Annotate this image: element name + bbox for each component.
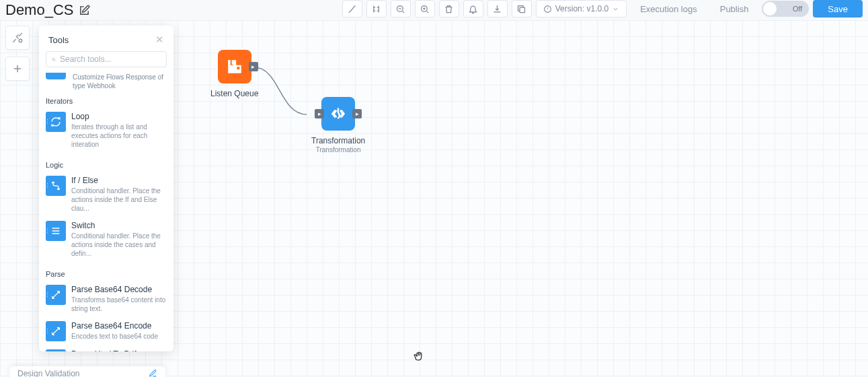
node-listen-queue[interactable]: ▸ Listen Queue — [210, 50, 258, 98]
edit-title-icon[interactable] — [79, 5, 90, 16]
tool-item-switch[interactable]: Switch Conditional handler. Place the ac… — [46, 218, 167, 263]
svg-rect-7 — [231, 60, 233, 65]
left-rail — [5, 26, 32, 81]
node-label: Listen Queue — [210, 89, 258, 98]
zoom-out-button[interactable] — [391, 0, 411, 18]
node-label: Transformation — [311, 136, 365, 145]
validation-bar[interactable]: Design Validation — [9, 366, 165, 377]
switch-icon — [46, 221, 66, 241]
version-label: Version: v1.0.0 — [555, 4, 608, 13]
hand-cursor-icon — [413, 350, 425, 365]
search-icon — [52, 55, 56, 64]
branch-icon — [46, 176, 66, 196]
toggle-label: Off — [793, 5, 802, 13]
save-button[interactable]: Save — [813, 0, 863, 18]
validation-label: Design Validation — [17, 369, 80, 377]
tool-desc: Conditional handler. Place the actions i… — [71, 186, 167, 213]
tool-name: Parse Html To Pdf — [71, 349, 167, 351]
output-port[interactable]: ▸ — [249, 62, 258, 71]
tool-name: If / Else — [71, 176, 167, 185]
svg-rect-2 — [520, 7, 525, 13]
svg-point-4 — [19, 39, 22, 42]
tool-name: Switch — [71, 221, 167, 230]
tool-item-partial[interactable]: Customize Flows Response of type Webhook — [46, 73, 167, 90]
toggle-knob — [763, 2, 777, 15]
add-rail-button[interactable] — [5, 57, 30, 81]
node-transformation[interactable]: ▸ ▸ Transformation Transformation — [311, 97, 365, 153]
connector-tool-button[interactable] — [342, 0, 362, 18]
delete-button[interactable] — [439, 0, 459, 18]
input-port[interactable]: ▸ — [315, 109, 324, 118]
tool-item-htmltopdf[interactable]: Parse Html To Pdf Convert an Html format… — [46, 347, 167, 351]
svg-point-5 — [52, 58, 55, 61]
tool-item-b64decode[interactable]: Parse Base64 Decode Transforms base64 co… — [46, 282, 167, 318]
tool-name: Parse Base64 Decode — [71, 285, 167, 294]
output-port[interactable]: ▸ — [352, 109, 362, 118]
rabbitmq-icon — [226, 58, 243, 75]
svg-rect-6 — [228, 60, 230, 65]
enable-toggle[interactable]: Off — [762, 1, 809, 17]
version-dropdown[interactable]: Version: v1.0.0 — [536, 0, 627, 18]
transform-icon — [46, 349, 66, 351]
align-tool-button[interactable] — [366, 0, 387, 18]
node-body[interactable]: ▸ ▸ — [321, 97, 355, 131]
loop-icon — [46, 112, 66, 132]
tool-desc: Transforms base64 content into string te… — [71, 296, 167, 313]
search-input[interactable] — [60, 55, 161, 64]
transform-icon — [46, 321, 66, 341]
tool-desc: Encodes text to base64 code — [71, 332, 167, 341]
category-label: Logic — [46, 161, 167, 169]
page-title: Demo_CS — [5, 1, 73, 19]
notifications-button[interactable] — [463, 0, 483, 18]
category-label: Parse — [46, 270, 167, 278]
category-label: Iterators — [46, 97, 167, 105]
transform-icon — [46, 285, 66, 305]
search-box[interactable] — [46, 51, 167, 67]
tool-item-loop[interactable]: Loop Iterates through a list and execute… — [46, 109, 167, 154]
close-icon[interactable]: ✕ — [155, 34, 164, 46]
tool-desc: Iterates through a list and executes act… — [71, 123, 167, 149]
node-body[interactable]: ▸ — [218, 50, 251, 83]
tool-name: Loop — [71, 112, 167, 121]
chevron-down-icon — [612, 5, 619, 13]
node-sublabel: Transformation — [316, 146, 361, 153]
tool-icon-partial — [46, 73, 66, 79]
tools-list[interactable]: Customize Flows Response of type Webhook… — [39, 73, 173, 351]
tool-item-ifelse[interactable]: If / Else Conditional handler. Place the… — [46, 173, 167, 218]
copy-button[interactable] — [512, 0, 532, 18]
tools-panel: Tools ✕ Customize Flows Response of type… — [39, 26, 173, 351]
tools-rail-button[interactable] — [5, 26, 30, 50]
tool-desc: Conditional handler. Place the actions i… — [71, 232, 167, 258]
tools-panel-title: Tools — [48, 35, 69, 45]
publish-button[interactable]: Publish — [711, 0, 758, 18]
tool-item-b64encode[interactable]: Parse Base64 Encode Encodes text to base… — [46, 318, 167, 347]
topbar: Demo_CS Version: v1.0. — [0, 0, 868, 20]
lambda-icon — [329, 105, 347, 123]
zoom-in-button[interactable] — [415, 0, 435, 18]
download-button[interactable] — [487, 0, 508, 18]
tool-name: Parse Base64 Encode — [71, 321, 167, 331]
execution-logs-button[interactable]: Execution logs — [631, 0, 707, 18]
edit-icon — [149, 369, 157, 377]
